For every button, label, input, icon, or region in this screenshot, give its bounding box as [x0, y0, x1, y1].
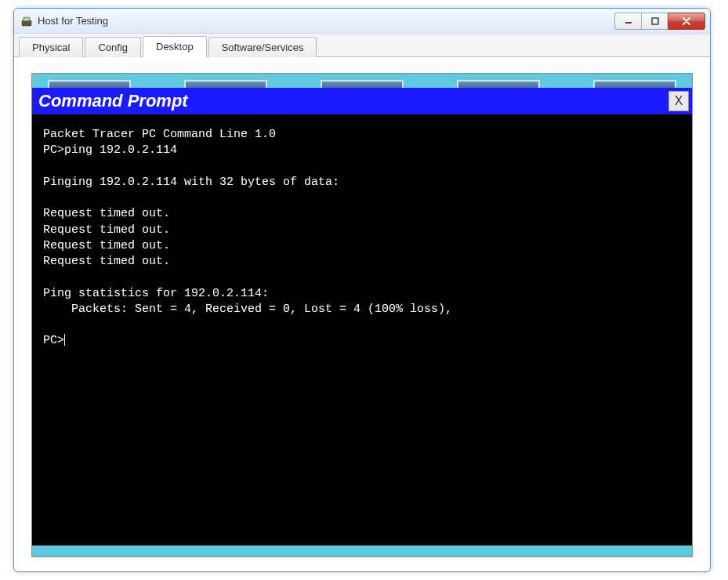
command-prompt-window: Command Prompt X Packet Tracer PC Comman…: [32, 88, 692, 546]
tab-desktop[interactable]: Desktop: [143, 36, 207, 57]
application-window: Host for Testing Physical Config Desktop…: [13, 8, 711, 572]
terminal-line: Packets: Sent = 4, Received = 0, Lost = …: [43, 303, 452, 316]
desktop-tile[interactable]: [48, 80, 131, 88]
close-button[interactable]: [668, 13, 705, 30]
terminal-line: Request timed out.: [43, 255, 170, 268]
svg-rect-4: [652, 18, 658, 24]
command-prompt-body[interactable]: Packet Tracer PC Command Line 1.0 PC>pin…: [32, 114, 692, 546]
terminal-line: Ping statistics for 192.0.2.114:: [43, 287, 269, 300]
command-prompt-titlebar[interactable]: Command Prompt X: [32, 88, 692, 114]
svg-rect-2: [25, 18, 29, 20]
svg-rect-3: [625, 22, 632, 24]
window-titlebar[interactable]: Host for Testing: [14, 9, 710, 34]
desktop-tile[interactable]: [184, 80, 267, 88]
terminal-prompt: PC>: [43, 334, 64, 347]
tab-bar: Physical Config Desktop Software/Service…: [14, 34, 710, 57]
terminal-line: PC>ping 192.0.2.114: [43, 143, 177, 157]
desktop-background: Command Prompt X Packet Tracer PC Comman…: [31, 73, 693, 557]
desktop-tile[interactable]: [457, 80, 540, 88]
command-prompt-close-button[interactable]: X: [668, 91, 689, 111]
desktop-tile[interactable]: [593, 80, 676, 88]
maximize-button[interactable]: [641, 13, 668, 30]
tab-physical[interactable]: Physical: [19, 37, 83, 57]
text-cursor: [64, 334, 65, 346]
tab-config[interactable]: Config: [85, 37, 141, 57]
terminal-line: Packet Tracer PC Command Line 1.0: [43, 128, 276, 141]
terminal-line: Pinging 192.0.2.114 with 32 bytes of dat…: [43, 176, 339, 189]
terminal-line: Request timed out.: [43, 223, 170, 237]
command-prompt-title: Command Prompt: [38, 91, 188, 111]
app-icon: [20, 15, 33, 27]
desktop-tile[interactable]: [321, 80, 404, 88]
window-controls: [614, 13, 705, 30]
desktop-tile-row: [32, 74, 692, 88]
window-title: Host for Testing: [38, 15, 614, 27]
terminal-line: Request timed out.: [43, 207, 170, 220]
content-area: Command Prompt X Packet Tracer PC Comman…: [14, 57, 710, 571]
tab-software-services[interactable]: Software/Services: [208, 37, 317, 57]
terminal-line: Request timed out.: [43, 239, 170, 252]
minimize-button[interactable]: [614, 13, 641, 30]
